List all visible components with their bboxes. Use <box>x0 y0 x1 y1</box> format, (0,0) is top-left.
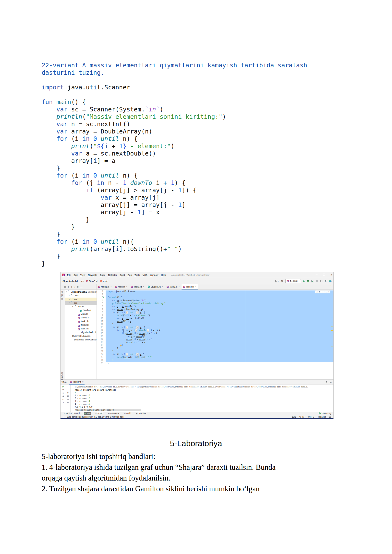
scroll-down-icon[interactable]: ↓ <box>67 389 68 391</box>
menu-build[interactable]: Build <box>120 274 125 276</box>
tree-item-external-libraries[interactable]: ▸External Libraries <box>65 334 97 338</box>
panel-icon[interactable]: ▤ <box>64 286 66 288</box>
scroll-to-end-icon[interactable]: ≣ <box>67 395 69 397</box>
menu-navigate[interactable]: Navigate <box>88 274 97 276</box>
locate-icon[interactable]: ⊕ <box>68 286 70 288</box>
tree-item-task1-kt[interactable]: KTask1.kt <box>65 320 97 323</box>
editor-line[interactable]: } <box>106 359 333 362</box>
run-gutter-icon[interactable]: ▶ <box>103 296 104 298</box>
hide-panel-icon[interactable]: ─ <box>330 381 331 384</box>
tree-item-model[interactable]: ▾model <box>65 305 97 309</box>
stop-button[interactable] <box>316 280 318 282</box>
editor-line[interactable]: import java.util.Scanner <box>106 290 333 293</box>
editor-code[interactable]: import java.util.Scanner fun main() { va… <box>106 290 333 379</box>
editor-line[interactable] <box>106 293 333 296</box>
gear-icon[interactable]: ⚙ <box>325 381 327 383</box>
minimize-icon[interactable] <box>316 275 318 275</box>
editor-tab-task3-kt[interactable]: KTask3.kt✕ <box>182 284 198 289</box>
toolwindow-button-terminal[interactable]: ▣Terminal <box>135 412 147 415</box>
tree-arrow-icon[interactable]: ▾ <box>69 302 70 304</box>
tool-button-structure[interactable]: ≡Structure <box>61 372 63 382</box>
editor-line[interactable]: if (array[j] > array[j - 1]) { <box>106 332 333 335</box>
editor-line[interactable]: var n = sc.nextInt() <box>106 305 333 308</box>
tree-item-main-kt[interactable]: KMain.kt <box>65 312 97 316</box>
toolwindow-button-problems[interactable]: ⊕Problems <box>107 412 120 415</box>
close-icon[interactable]: ✕ <box>143 286 144 288</box>
editor-line[interactable]: var a = sc.nextDouble() <box>106 317 333 320</box>
settings-icon[interactable]: ⚙ <box>77 286 79 288</box>
more-icon[interactable]: » <box>63 401 64 404</box>
editor-line[interactable]: print("${i + 1} - element:") <box>106 314 333 317</box>
tree-arrow-icon[interactable]: ▾ <box>66 291 67 293</box>
tree-item-scratches-and-consoles[interactable]: Scratches and Consoles <box>65 338 97 342</box>
breadcrumb-item[interactable]: src <box>81 280 84 282</box>
tree-arrow-icon[interactable]: ▸ <box>69 298 70 300</box>
stop-icon[interactable]: ■ <box>63 392 64 394</box>
breadcrumb-item[interactable]: Algoritmlash1 <box>62 280 78 282</box>
editor-line[interactable]: } <box>106 323 333 326</box>
menu-code[interactable]: Code <box>100 274 106 276</box>
editor-line[interactable]: for (i in 0≤ until< n){ <box>106 353 333 356</box>
search-icon[interactable] <box>320 280 322 282</box>
menu-tools[interactable]: Tools <box>135 274 140 276</box>
editor-line[interactable]: } <box>106 344 333 347</box>
scroll-up-icon[interactable]: ↑ <box>67 385 68 388</box>
gear-icon[interactable]: ⚙ <box>325 280 327 282</box>
status-item[interactable]: 4 spaces <box>318 416 326 418</box>
menu-edit[interactable]: Edit <box>74 274 77 276</box>
snapshot-icon[interactable]: ◇ <box>62 398 64 400</box>
close-icon[interactable]: ✕ <box>195 286 196 288</box>
print-icon[interactable]: ▤ <box>67 398 69 400</box>
editor-tab-main1-kt[interactable]: KMain1.kt✕ <box>97 284 113 289</box>
editor-line[interactable]: var sc = Scanner(System.`in`) <box>106 300 333 302</box>
wrench-icon[interactable]: ⚒ <box>62 389 64 391</box>
coverage-button[interactable]: ▶ <box>311 280 314 282</box>
tree-item-task3-kt[interactable]: KTask3.kt <box>65 327 97 331</box>
close-icon[interactable]: ✕ <box>110 286 112 288</box>
toolwindow-button-todo[interactable]: ≡TODO <box>95 412 104 415</box>
profile-button[interactable]: ▾ <box>275 280 279 282</box>
tree-item--idea[interactable]: ▸.idea <box>65 294 97 298</box>
close-icon[interactable]: ✕ <box>82 381 84 383</box>
close-icon[interactable]: ✕ <box>161 286 163 288</box>
tree-arrow-icon[interactable]: ▾ <box>72 306 73 308</box>
tool-button-project[interactable]: ▤Project <box>61 291 63 300</box>
tree-arrow-icon[interactable]: ▸ <box>67 335 68 337</box>
breadcrumb-item[interactable]: fmain <box>100 280 108 282</box>
console-output[interactable]: C:\Users\Suhrobbek-Pc\.jdks\corretto-11.… <box>70 385 333 412</box>
editor-line[interactable]: for (i in 0≤ until< n) { <box>106 326 333 329</box>
editor-line[interactable]: fun main() { <box>106 296 333 299</box>
expand-collapse-icon[interactable]: ⇕ <box>71 286 73 288</box>
menu-view[interactable]: View <box>80 274 85 276</box>
editor-line[interactable]: var array = DoubleArray(n) <box>106 308 333 311</box>
run-config-select[interactable]: K Task3Kt ▾ <box>285 279 301 283</box>
editor-line[interactable]: array[i] = a <box>106 320 333 323</box>
tree-item-algoritmlash1-iml[interactable]: Algoritmlash1.iml <box>65 331 97 334</box>
status-item[interactable]: 10:1 <box>292 416 296 418</box>
status-item[interactable]: CRLF <box>299 416 305 418</box>
tree-item-out[interactable]: ▸out <box>65 298 97 301</box>
editor-tab-task2-kt[interactable]: KTask2.kt✕ <box>165 284 182 289</box>
editor-line[interactable]: array[j - 1] = x <box>106 341 333 344</box>
menu-window[interactable]: Window <box>150 274 159 276</box>
run-button[interactable]: ▶ <box>303 280 305 282</box>
editor-tab-main-kt[interactable]: KMain.kt✕ <box>113 284 129 289</box>
close-icon[interactable]: ✕ <box>178 286 180 288</box>
toolwindow-button-version-control[interactable]: ʏVersion Control <box>63 412 80 415</box>
collapse-all-icon[interactable]: ÷ <box>74 286 75 288</box>
hide-icon[interactable]: — <box>80 286 83 288</box>
close-icon[interactable]: ✕ <box>126 286 127 288</box>
editor-line[interactable]: } <box>106 362 333 365</box>
inspections-widget[interactable]: ⚠5 ✓4 ∧ ∨ <box>315 290 330 293</box>
debug-button[interactable] <box>307 280 309 282</box>
editor-line[interactable]: } <box>106 347 333 350</box>
ide-sphere-icon[interactable] <box>329 280 331 282</box>
tree-item-student[interactable]: CStudent <box>65 309 97 312</box>
editor-line[interactable]: for (i in 0≤ until< n) { <box>106 311 333 314</box>
menu-run[interactable]: Run <box>127 274 132 276</box>
chevron-up-icon[interactable]: ∧ <box>325 291 327 293</box>
soft-wrap-icon[interactable]: ↻ <box>67 392 69 394</box>
editor-line[interactable]: var x = array[j] <box>106 335 333 338</box>
event-log-button[interactable]: 1Event Log <box>319 412 331 415</box>
maximize-icon[interactable] <box>323 274 325 276</box>
